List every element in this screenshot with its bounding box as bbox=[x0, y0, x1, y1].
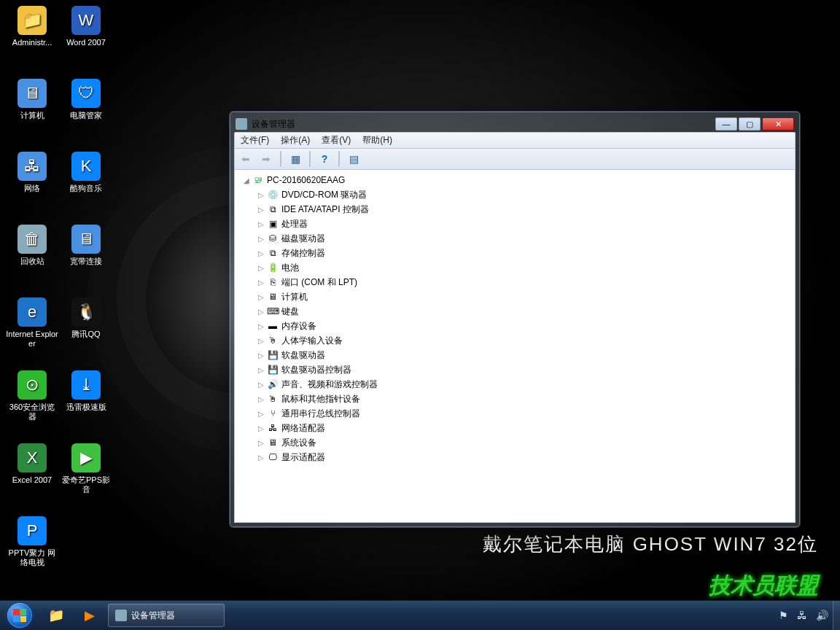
expand-icon[interactable]: ▷ bbox=[257, 454, 265, 462]
device-icon: ▣ bbox=[267, 218, 279, 230]
node-label: 显示适配器 bbox=[281, 451, 325, 464]
tray-network-icon[interactable]: 🖧 bbox=[793, 610, 812, 621]
desktop-icon-qq[interactable]: 🐧腾讯QQ bbox=[60, 296, 112, 339]
device-icon: 🖧 bbox=[267, 422, 279, 434]
computer-icon: 🖥 bbox=[18, 79, 47, 108]
desktop-icon-administrator[interactable]: 📁Administr... bbox=[6, 4, 58, 47]
pin-player[interactable]: ▶ bbox=[74, 604, 106, 627]
icon-label: Excel 2007 bbox=[6, 475, 58, 485]
menu-item-3[interactable]: 帮助(H) bbox=[357, 134, 398, 147]
tree-node-14[interactable]: ▷🖱鼠标和其他指针设备 bbox=[235, 392, 795, 406]
tree-content[interactable]: ◢🖳PC-20160620EAAG▷💿DVD/CD-ROM 驱动器▷⧉IDE A… bbox=[234, 170, 796, 523]
node-label: 鼠标和其他指针设备 bbox=[281, 393, 360, 405]
expand-icon[interactable]: ▷ bbox=[257, 322, 265, 330]
taskbar-task-devicemgr[interactable]: 设备管理器 bbox=[108, 604, 225, 627]
desktop-icon-thunder[interactable]: ⤓迅雷极速版 bbox=[60, 369, 112, 412]
tray-volume-icon[interactable]: 🔊 bbox=[812, 610, 833, 621]
help-button[interactable]: ? bbox=[316, 151, 332, 167]
tree-node-1[interactable]: ▷⧉IDE ATA/ATAPI 控制器 bbox=[235, 202, 795, 217]
node-label: 磁盘驱动器 bbox=[281, 233, 325, 245]
watermark-line2: 技术员联盟 bbox=[709, 571, 818, 601]
tree-node-11[interactable]: ▷💾软盘驱动器 bbox=[235, 348, 795, 362]
tree-root[interactable]: ◢🖳PC-20160620EAAG bbox=[235, 173, 795, 187]
device-icon: 🖵 bbox=[267, 451, 279, 463]
expand-icon[interactable]: ▷ bbox=[257, 293, 265, 301]
expand-icon[interactable]: ▷ bbox=[257, 410, 265, 418]
desktop-icon-computer[interactable]: 🖥计算机 bbox=[6, 77, 58, 120]
icon-label: 网络 bbox=[6, 184, 58, 193]
properties-button[interactable]: ▦ bbox=[287, 151, 303, 167]
menu-item-2[interactable]: 查看(V) bbox=[316, 134, 357, 147]
tree-node-12[interactable]: ▷💾软盘驱动器控制器 bbox=[235, 362, 795, 377]
menu-item-1[interactable]: 操作(A) bbox=[275, 134, 316, 147]
expand-icon[interactable]: ▷ bbox=[257, 366, 265, 374]
expand-icon[interactable]: ▷ bbox=[257, 381, 265, 389]
desktop-icon-pptv[interactable]: PPPTV聚力 网络电视 bbox=[6, 515, 58, 567]
kugou-icon: K bbox=[71, 152, 101, 181]
expand-icon[interactable]: ▷ bbox=[257, 264, 265, 272]
tree-node-8[interactable]: ▷⌨键盘 bbox=[235, 304, 795, 319]
task-label: 设备管理器 bbox=[131, 610, 175, 622]
scan-button[interactable]: ▤ bbox=[346, 151, 362, 167]
titlebar[interactable]: 设备管理器 — ▢ ✕ bbox=[234, 116, 796, 132]
pptv-icon: P bbox=[18, 516, 47, 545]
expand-icon[interactable]: ▷ bbox=[257, 395, 265, 403]
expand-icon[interactable]: ▷ bbox=[257, 220, 265, 228]
device-manager-window: 设备管理器 — ▢ ✕ 文件(F)操作(A)查看(V)帮助(H) ⬅ ➡ ▦ ?… bbox=[229, 111, 801, 528]
iqiyi-icon: ▶ bbox=[71, 443, 101, 472]
start-button[interactable] bbox=[0, 601, 39, 630]
expand-icon[interactable]: ▷ bbox=[257, 235, 265, 243]
node-label: 通用串行总线控制器 bbox=[281, 408, 360, 420]
tree-node-10[interactable]: ▷🖰人体学输入设备 bbox=[235, 333, 795, 348]
show-desktop-button[interactable] bbox=[833, 601, 840, 630]
expand-icon[interactable]: ▷ bbox=[257, 249, 265, 257]
device-icon: 🔊 bbox=[267, 378, 279, 390]
desktop-icon-iqiyi[interactable]: ▶爱奇艺PPS影音 bbox=[60, 442, 112, 494]
tree-node-6[interactable]: ▷⎘端口 (COM 和 LPT) bbox=[235, 275, 795, 289]
tree-node-15[interactable]: ▷⑂通用串行总线控制器 bbox=[235, 406, 795, 421]
node-label: 软盘驱动器 bbox=[281, 349, 325, 362]
expand-icon[interactable]: ▷ bbox=[257, 337, 265, 345]
expand-icon[interactable]: ▷ bbox=[257, 191, 265, 199]
tree-node-3[interactable]: ▷⛁磁盘驱动器 bbox=[235, 231, 795, 246]
expand-icon[interactable]: ▷ bbox=[257, 279, 265, 287]
tree-node-18[interactable]: ▷🖵显示适配器 bbox=[235, 450, 795, 464]
maximize-button[interactable]: ▢ bbox=[739, 117, 761, 131]
minimize-button[interactable]: — bbox=[715, 117, 737, 131]
tree-node-9[interactable]: ▷▬内存设备 bbox=[235, 319, 795, 333]
tree-node-4[interactable]: ▷⧉存储控制器 bbox=[235, 246, 795, 260]
tree-node-0[interactable]: ▷💿DVD/CD-ROM 驱动器 bbox=[235, 187, 795, 202]
icon-label: 360安全浏览器 bbox=[6, 402, 58, 421]
desktop-icon-ie[interactable]: eInternet Explorer bbox=[6, 296, 58, 349]
tree-node-16[interactable]: ▷🖧网络适配器 bbox=[235, 421, 795, 435]
menu-item-0[interactable]: 文件(F) bbox=[235, 134, 275, 147]
tree-node-5[interactable]: ▷🔋电池 bbox=[235, 260, 795, 275]
close-button[interactable]: ✕ bbox=[762, 117, 794, 131]
desktop-icon-kugou[interactable]: K酷狗音乐 bbox=[60, 150, 112, 193]
tree-node-7[interactable]: ▷🖥计算机 bbox=[235, 289, 795, 304]
icon-label: Word 2007 bbox=[60, 38, 112, 47]
window-title: 设备管理器 bbox=[252, 118, 295, 131]
node-label: 网络适配器 bbox=[281, 422, 325, 435]
expand-icon[interactable]: ▷ bbox=[257, 424, 265, 432]
recycle-icon: 🗑 bbox=[18, 225, 47, 254]
expand-icon[interactable]: ▷ bbox=[257, 439, 265, 447]
node-label: 端口 (COM 和 LPT) bbox=[281, 276, 357, 289]
tray-flag-icon[interactable]: ⚑ bbox=[774, 610, 793, 621]
collapse-icon[interactable]: ◢ bbox=[242, 176, 251, 184]
expand-icon[interactable]: ▷ bbox=[257, 351, 265, 359]
desktop-icon-broadband[interactable]: 🖥宽带连接 bbox=[60, 223, 112, 266]
desktop-icon-recycle[interactable]: 🗑回收站 bbox=[6, 223, 58, 266]
desktop-icon-360se[interactable]: ⊙360安全浏览器 bbox=[6, 369, 58, 421]
pin-explorer[interactable]: 📁 bbox=[40, 604, 72, 627]
expand-icon[interactable]: ▷ bbox=[257, 308, 265, 316]
taskbar: 📁 ▶ 设备管理器 ⚑ 🖧 🔊 bbox=[0, 601, 840, 630]
desktop-icon-network[interactable]: 🖧网络 bbox=[6, 150, 58, 193]
expand-icon[interactable]: ▷ bbox=[257, 206, 265, 214]
desktop-icon-excel[interactable]: XExcel 2007 bbox=[6, 442, 58, 485]
tree-node-2[interactable]: ▷▣处理器 bbox=[235, 217, 795, 231]
desktop-icon-word[interactable]: WWord 2007 bbox=[60, 4, 112, 47]
tree-node-13[interactable]: ▷🔊声音、视频和游戏控制器 bbox=[235, 377, 795, 392]
desktop-icon-pcmgr[interactable]: 🛡电脑管家 bbox=[60, 77, 112, 120]
tree-node-17[interactable]: ▷🖥系统设备 bbox=[235, 435, 795, 450]
